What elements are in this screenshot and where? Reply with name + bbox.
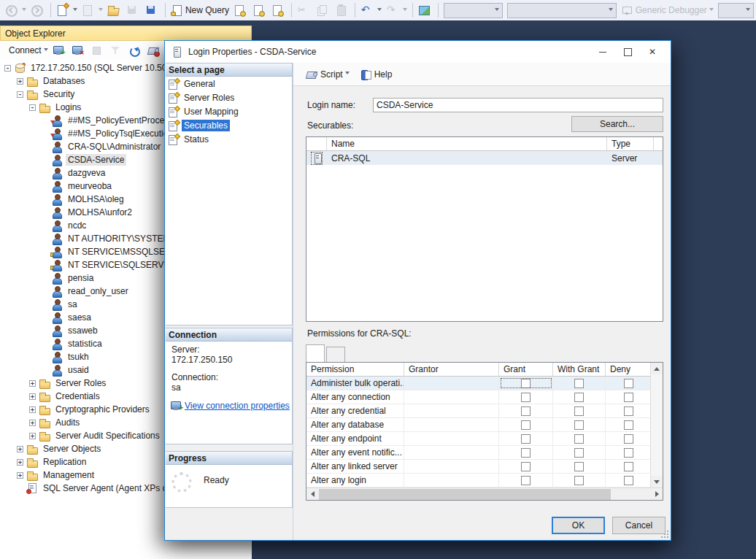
- login-name-input[interactable]: [373, 98, 663, 112]
- tree-expander[interactable]: +: [29, 380, 36, 387]
- scroll-down-arrow[interactable]: [651, 476, 663, 487]
- with-grant-checkbox[interactable]: [574, 379, 584, 388]
- new-project-button[interactable]: [80, 1, 105, 19]
- scrollbar-thumb[interactable]: [319, 489, 611, 500]
- tree-expander[interactable]: +: [29, 420, 36, 426]
- tree-expander[interactable]: +: [17, 472, 23, 479]
- horizontal-scrollbar[interactable]: [306, 487, 663, 500]
- dropdown-caret-icon[interactable]: [746, 8, 750, 13]
- dropdown-caret-icon[interactable]: [99, 8, 103, 13]
- new-query-button[interactable]: New Query: [169, 1, 231, 19]
- tree-expander[interactable]: -: [29, 104, 36, 111]
- tree-expander[interactable]: -: [4, 65, 11, 72]
- tab[interactable]: [306, 344, 325, 362]
- grant-checkbox[interactable]: [521, 448, 531, 458]
- deny-checkbox[interactable]: [624, 476, 633, 485]
- xmla-query-button[interactable]: [269, 1, 288, 19]
- page-item[interactable]: Securables: [166, 119, 292, 132]
- dropdown-caret-icon[interactable]: [377, 8, 382, 13]
- toolbar-combo-1[interactable]: [444, 3, 503, 18]
- tree-expander[interactable]: +: [17, 78, 23, 85]
- grant-checkbox[interactable]: [521, 393, 531, 402]
- window-position-button[interactable]: [211, 28, 222, 39]
- with-grant-checkbox[interactable]: [574, 476, 584, 485]
- permission-row[interactable]: Administer bulk operati...: [306, 377, 663, 390]
- filter-button[interactable]: [107, 42, 126, 59]
- nav-back-button[interactable]: [3, 1, 28, 19]
- close-button[interactable]: [640, 42, 665, 61]
- minimize-button[interactable]: [590, 42, 615, 61]
- cut-button[interactable]: [295, 1, 314, 19]
- deny-checkbox[interactable]: [624, 420, 633, 430]
- search-button[interactable]: Search...: [571, 116, 663, 132]
- maximize-button[interactable]: [615, 42, 640, 61]
- mdx-query-button[interactable]: [231, 1, 250, 19]
- vertical-scrollbar[interactable]: [650, 363, 663, 487]
- with-grant-checkbox[interactable]: [574, 448, 584, 458]
- redo-button[interactable]: [384, 1, 409, 19]
- grant-checkbox[interactable]: [521, 434, 531, 444]
- page-item[interactable]: User Mapping: [166, 105, 292, 118]
- tree-expander[interactable]: +: [29, 393, 36, 400]
- save-all-button[interactable]: [143, 1, 162, 19]
- page-item[interactable]: Server Roles: [166, 91, 292, 104]
- deny-checkbox[interactable]: [624, 448, 633, 458]
- disconnect-button[interactable]: [69, 42, 88, 59]
- scroll-up-arrow[interactable]: [651, 363, 663, 374]
- column-with-grant[interactable]: With Grant: [553, 363, 606, 376]
- dropdown-caret-icon[interactable]: [73, 8, 77, 13]
- toolbar-combo-3[interactable]: [718, 3, 754, 18]
- open-file-button[interactable]: [105, 1, 124, 19]
- scroll-left-arrow[interactable]: [306, 488, 318, 500]
- page-item[interactable]: Status: [166, 133, 292, 146]
- permission-row[interactable]: Alter any credential: [306, 404, 663, 418]
- deny-checkbox[interactable]: [624, 379, 633, 388]
- tab[interactable]: [326, 347, 345, 362]
- dropdown-caret-icon[interactable]: [403, 8, 407, 13]
- stop-button[interactable]: [88, 42, 107, 59]
- undo-button[interactable]: [358, 1, 384, 19]
- view-connection-properties-link[interactable]: View connection properties: [185, 401, 290, 411]
- permission-row[interactable]: Alter any event notific...: [306, 446, 663, 460]
- with-grant-checkbox[interactable]: [574, 434, 584, 444]
- tree-expander[interactable]: -: [17, 91, 23, 98]
- dropdown-caret-icon[interactable]: [609, 8, 613, 13]
- page-item[interactable]: General: [166, 77, 292, 90]
- permission-row[interactable]: Alter any database: [306, 418, 663, 432]
- CRA-SQL-button[interactable]: CRA-SQL Server: [306, 151, 663, 165]
- save-button[interactable]: [124, 1, 143, 19]
- copy-button[interactable]: [314, 1, 333, 19]
- grant-checkbox[interactable]: [521, 420, 531, 430]
- deny-checkbox[interactable]: [624, 462, 633, 471]
- column-deny[interactable]: Deny: [606, 363, 652, 376]
- dropdown-caret-icon[interactable]: [44, 48, 48, 53]
- grant-checkbox[interactable]: [521, 379, 531, 388]
- activity-monitor-button[interactable]: [416, 1, 435, 19]
- with-grant-checkbox[interactable]: [574, 420, 584, 430]
- dropdown-caret-icon[interactable]: [495, 8, 499, 13]
- grant-checkbox[interactable]: [521, 406, 531, 416]
- connect-object-explorer-button[interactable]: [50, 42, 69, 59]
- script-x-button[interactable]: [145, 42, 164, 59]
- help-button[interactable]: Help: [358, 66, 395, 83]
- nav-forward-button[interactable]: [28, 1, 47, 19]
- column-permission[interactable]: Permission: [306, 363, 404, 376]
- refresh-button[interactable]: [126, 42, 145, 59]
- ok-button[interactable]: OK: [552, 517, 605, 534]
- dialog-title-bar[interactable]: Login Properties - CSDA-Service: [165, 41, 671, 63]
- connect-menu-button[interactable]: Connect: [4, 42, 50, 59]
- auto-hide-pin-button[interactable]: [223, 28, 234, 39]
- cancel-button[interactable]: Cancel: [612, 517, 666, 534]
- permission-row[interactable]: Alter any endpoint: [306, 432, 663, 446]
- permission-row[interactable]: Alter any linked server: [306, 460, 663, 474]
- dropdown-caret-icon[interactable]: [709, 8, 714, 13]
- paste-button[interactable]: [333, 1, 352, 19]
- column-type[interactable]: Type: [607, 137, 654, 150]
- permission-row[interactable]: Alter any connection: [306, 390, 663, 404]
- tree-expander[interactable]: +: [17, 459, 23, 466]
- with-grant-checkbox[interactable]: [574, 462, 584, 471]
- dropdown-caret-icon[interactable]: [22, 8, 26, 13]
- object-explorer-title-bar[interactable]: Object Explorer: [0, 26, 252, 41]
- tree-expander[interactable]: +: [29, 406, 36, 413]
- script-button[interactable]: Script: [304, 66, 352, 83]
